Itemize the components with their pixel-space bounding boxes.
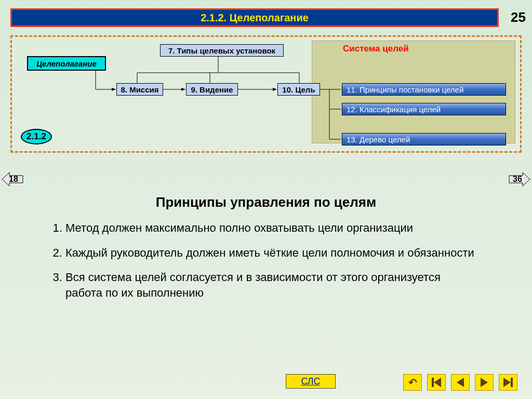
list-item: Каждый руководитель должен иметь чёткие … bbox=[65, 245, 477, 261]
nav-first-icon[interactable] bbox=[427, 374, 446, 391]
section-marker: 2.1.2 bbox=[21, 129, 52, 144]
header-title: 2.1.2. Целеполагание bbox=[201, 12, 309, 24]
content-list: Метод должен максимально полно охватыват… bbox=[51, 220, 477, 310]
content-title: Принципы управления по целям bbox=[0, 194, 532, 210]
nav-icons: ↶ bbox=[403, 374, 517, 391]
node-8[interactable]: 8. Миссия bbox=[116, 83, 163, 96]
node-12[interactable]: 12. Классификация целей bbox=[342, 103, 506, 115]
system-panel-label: Система целей bbox=[343, 44, 409, 54]
slide-number: 25 bbox=[511, 9, 526, 25]
list-item: Метод должен максимально полно охватыват… bbox=[65, 220, 477, 236]
nav-next-num: 36 bbox=[513, 175, 522, 183]
list-item: Вся система целей согласуется и в зависи… bbox=[65, 270, 477, 300]
nav-back-icon[interactable] bbox=[451, 374, 470, 391]
header-bar: 2.1.2. Целеполагание bbox=[10, 8, 499, 27]
nav-prev-num: 18 bbox=[9, 175, 18, 183]
node-10[interactable]: 10. Цель bbox=[277, 83, 320, 96]
nav-prev[interactable]: 18 bbox=[1, 170, 24, 188]
nav-return-icon[interactable]: ↶ bbox=[403, 374, 422, 391]
sls-button[interactable]: СЛС bbox=[286, 374, 336, 389]
nav-next[interactable]: 36 bbox=[508, 170, 531, 188]
nav-last-icon[interactable] bbox=[499, 374, 517, 391]
node-13[interactable]: 13. Дерево целей bbox=[342, 133, 506, 145]
node-7[interactable]: 7. Типы целевых установок bbox=[160, 44, 284, 57]
node-main[interactable]: Целеполагание bbox=[27, 56, 106, 71]
node-9[interactable]: 9. Видение bbox=[186, 83, 238, 96]
node-11[interactable]: 11. Принципы постановки целей bbox=[342, 83, 506, 96]
u-turn-icon: ↶ bbox=[408, 376, 417, 389]
nav-forward-icon[interactable] bbox=[475, 374, 494, 391]
